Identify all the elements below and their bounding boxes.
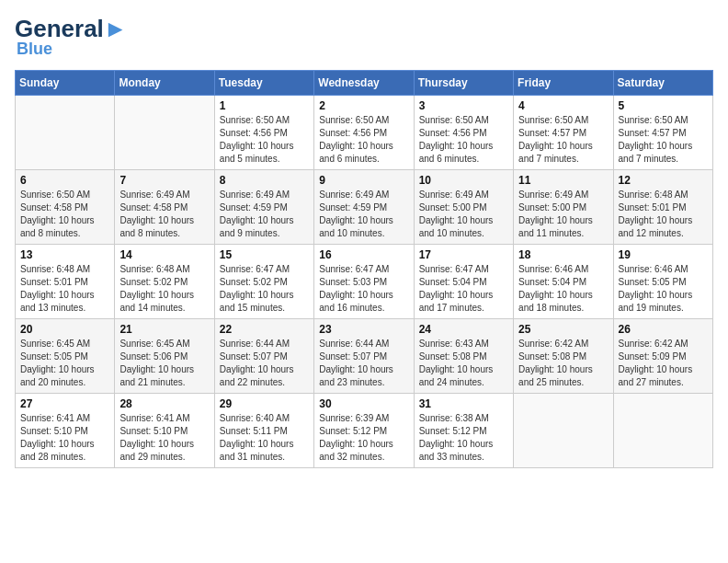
day-info: Sunrise: 6:48 AMSunset: 5:01 PMDaylight:…: [20, 263, 109, 315]
calendar-header-cell: Tuesday: [214, 71, 313, 96]
calendar-header-cell: Saturday: [613, 71, 712, 96]
calendar-cell: 12Sunrise: 6:48 AMSunset: 5:01 PMDayligh…: [613, 170, 712, 245]
day-info: Sunrise: 6:49 AMSunset: 5:00 PMDaylight:…: [419, 189, 508, 240]
day-number: 14: [119, 248, 209, 261]
day-info: Sunrise: 6:45 AMSunset: 5:05 PMDaylight:…: [20, 338, 109, 389]
day-info: Sunrise: 6:48 AMSunset: 5:01 PMDaylight:…: [619, 189, 708, 240]
day-info: Sunrise: 6:47 AMSunset: 5:02 PMDaylight:…: [220, 263, 309, 315]
day-info: Sunrise: 6:49 AMSunset: 4:59 PMDaylight:…: [319, 189, 408, 240]
calendar-header-cell: Sunday: [16, 71, 115, 96]
day-info: Sunrise: 6:50 AMSunset: 4:56 PMDaylight:…: [419, 114, 508, 166]
calendar-cell: 24Sunrise: 6:43 AMSunset: 5:08 PMDayligh…: [414, 319, 513, 394]
calendar-cell: 15Sunrise: 6:47 AMSunset: 5:02 PMDayligh…: [214, 245, 313, 319]
calendar-cell: 27Sunrise: 6:41 AMSunset: 5:10 PMDayligh…: [16, 394, 115, 468]
day-number: 21: [119, 323, 209, 336]
day-info: Sunrise: 6:47 AMSunset: 5:04 PMDaylight:…: [419, 263, 508, 315]
day-info: Sunrise: 6:50 AMSunset: 4:57 PMDaylight:…: [619, 114, 708, 166]
day-info: Sunrise: 6:46 AMSunset: 5:04 PMDaylight:…: [518, 263, 608, 315]
calendar-week-row: 6Sunrise: 6:50 AMSunset: 4:58 PMDaylight…: [16, 170, 713, 245]
day-info: Sunrise: 6:50 AMSunset: 4:58 PMDaylight:…: [20, 189, 109, 240]
day-number: 9: [319, 174, 408, 187]
day-info: Sunrise: 6:49 AMSunset: 4:59 PMDaylight:…: [220, 189, 309, 240]
calendar-cell: 30Sunrise: 6:39 AMSunset: 5:12 PMDayligh…: [314, 394, 414, 468]
day-number: 2: [319, 99, 408, 112]
calendar-cell: 2Sunrise: 6:50 AMSunset: 4:56 PMDaylight…: [314, 96, 414, 170]
calendar-cell: 18Sunrise: 6:46 AMSunset: 5:04 PMDayligh…: [514, 245, 613, 319]
day-info: Sunrise: 6:45 AMSunset: 5:06 PMDaylight:…: [119, 338, 209, 389]
day-info: Sunrise: 6:44 AMSunset: 5:07 PMDaylight:…: [220, 338, 309, 389]
calendar-header-row: SundayMondayTuesdayWednesdayThursdayFrid…: [16, 71, 713, 96]
day-number: 16: [319, 248, 408, 261]
day-info: Sunrise: 6:41 AMSunset: 5:10 PMDaylight:…: [20, 412, 109, 464]
calendar-header-cell: Friday: [514, 71, 613, 96]
calendar-cell: 29Sunrise: 6:40 AMSunset: 5:11 PMDayligh…: [214, 394, 313, 468]
day-number: 5: [619, 99, 708, 112]
calendar-cell: 10Sunrise: 6:49 AMSunset: 5:00 PMDayligh…: [414, 170, 513, 245]
calendar-cell: 3Sunrise: 6:50 AMSunset: 4:56 PMDaylight…: [414, 96, 513, 170]
calendar-cell: 19Sunrise: 6:46 AMSunset: 5:05 PMDayligh…: [613, 245, 712, 319]
day-number: 15: [220, 248, 309, 261]
day-number: 31: [419, 397, 508, 410]
day-number: 1: [220, 99, 309, 112]
day-number: 6: [20, 174, 109, 187]
calendar-cell: [514, 394, 613, 468]
day-info: Sunrise: 6:39 AMSunset: 5:12 PMDaylight:…: [319, 412, 408, 464]
day-info: Sunrise: 6:50 AMSunset: 4:56 PMDaylight:…: [220, 114, 309, 166]
day-number: 3: [419, 99, 508, 112]
day-number: 18: [518, 248, 608, 261]
logo-blue: Blue: [17, 40, 52, 59]
calendar-cell: 9Sunrise: 6:49 AMSunset: 4:59 PMDaylight…: [314, 170, 414, 245]
day-info: Sunrise: 6:43 AMSunset: 5:08 PMDaylight:…: [419, 338, 508, 389]
day-number: 10: [419, 174, 508, 187]
day-info: Sunrise: 6:50 AMSunset: 4:57 PMDaylight:…: [518, 114, 608, 166]
calendar-cell: 26Sunrise: 6:42 AMSunset: 5:09 PMDayligh…: [613, 319, 712, 394]
calendar-week-row: 20Sunrise: 6:45 AMSunset: 5:05 PMDayligh…: [16, 319, 713, 394]
calendar-cell: 14Sunrise: 6:48 AMSunset: 5:02 PMDayligh…: [115, 245, 214, 319]
day-info: Sunrise: 6:44 AMSunset: 5:07 PMDaylight:…: [319, 338, 408, 389]
calendar-cell: [613, 394, 712, 468]
day-number: 13: [20, 248, 109, 261]
day-number: 20: [20, 323, 109, 336]
calendar-cell: 28Sunrise: 6:41 AMSunset: 5:10 PMDayligh…: [115, 394, 214, 468]
calendar-cell: 22Sunrise: 6:44 AMSunset: 5:07 PMDayligh…: [214, 319, 313, 394]
day-number: 26: [619, 323, 708, 336]
day-info: Sunrise: 6:49 AMSunset: 5:00 PMDaylight:…: [518, 189, 608, 240]
calendar-cell: [115, 96, 214, 170]
calendar-week-row: 27Sunrise: 6:41 AMSunset: 5:10 PMDayligh…: [16, 394, 713, 468]
day-number: 29: [220, 397, 309, 410]
day-number: 11: [518, 174, 608, 187]
logo: General► Blue: [15, 15, 128, 59]
day-number: 7: [119, 174, 209, 187]
calendar-header-cell: Wednesday: [314, 71, 414, 96]
calendar-cell: 7Sunrise: 6:49 AMSunset: 4:58 PMDaylight…: [115, 170, 214, 245]
day-number: 27: [20, 397, 109, 410]
calendar-week-row: 13Sunrise: 6:48 AMSunset: 5:01 PMDayligh…: [16, 245, 713, 319]
calendar-cell: 31Sunrise: 6:38 AMSunset: 5:12 PMDayligh…: [414, 394, 513, 468]
calendar-cell: 6Sunrise: 6:50 AMSunset: 4:58 PMDaylight…: [16, 170, 115, 245]
day-number: 22: [220, 323, 309, 336]
day-number: 12: [619, 174, 708, 187]
day-info: Sunrise: 6:42 AMSunset: 5:09 PMDaylight:…: [619, 338, 708, 389]
day-number: 28: [119, 397, 209, 410]
day-info: Sunrise: 6:42 AMSunset: 5:08 PMDaylight:…: [518, 338, 608, 389]
calendar-cell: 17Sunrise: 6:47 AMSunset: 5:04 PMDayligh…: [414, 245, 513, 319]
day-info: Sunrise: 6:38 AMSunset: 5:12 PMDaylight:…: [419, 412, 508, 464]
day-number: 8: [220, 174, 309, 187]
calendar-cell: 20Sunrise: 6:45 AMSunset: 5:05 PMDayligh…: [16, 319, 115, 394]
day-number: 30: [319, 397, 408, 410]
calendar-header-cell: Thursday: [414, 71, 513, 96]
day-number: 23: [319, 323, 408, 336]
calendar-cell: [16, 96, 115, 170]
day-number: 19: [619, 248, 708, 261]
calendar-table: SundayMondayTuesdayWednesdayThursdayFrid…: [15, 70, 713, 468]
day-number: 24: [419, 323, 508, 336]
day-info: Sunrise: 6:50 AMSunset: 4:56 PMDaylight:…: [319, 114, 408, 166]
calendar-cell: 11Sunrise: 6:49 AMSunset: 5:00 PMDayligh…: [514, 170, 613, 245]
calendar-cell: 16Sunrise: 6:47 AMSunset: 5:03 PMDayligh…: [314, 245, 414, 319]
calendar-week-row: 1Sunrise: 6:50 AMSunset: 4:56 PMDaylight…: [16, 96, 713, 170]
calendar-cell: 8Sunrise: 6:49 AMSunset: 4:59 PMDaylight…: [214, 170, 313, 245]
calendar-cell: 25Sunrise: 6:42 AMSunset: 5:08 PMDayligh…: [514, 319, 613, 394]
day-number: 25: [518, 323, 608, 336]
day-info: Sunrise: 6:40 AMSunset: 5:11 PMDaylight:…: [220, 412, 309, 464]
day-info: Sunrise: 6:49 AMSunset: 4:58 PMDaylight:…: [119, 189, 209, 240]
